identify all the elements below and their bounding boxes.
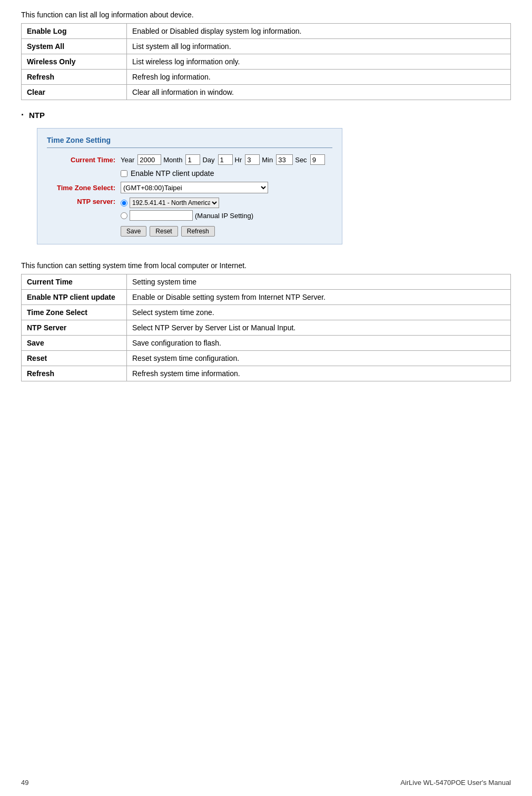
ntp-term: Enable NTP client update (22, 290, 127, 305)
ntp-section-header: · NTP (21, 110, 511, 121)
reset-button[interactable]: Reset (150, 226, 178, 237)
page-number: 49 (21, 779, 28, 787)
log-table-row: RefreshRefresh log information. (22, 70, 511, 85)
ntp-intro-text: This function can setting system time fr… (21, 261, 511, 270)
save-button[interactable]: Save (121, 226, 146, 237)
hr-label: Hr (235, 156, 242, 164)
ntp-table-row: Time Zone SelectSelect system time zone. (22, 305, 511, 320)
ntp-term: Refresh (22, 366, 127, 381)
ntp-desc: Select system time zone. (127, 305, 511, 320)
log-table: Enable LogEnabled or Disabled display sy… (21, 23, 511, 100)
log-term: Enable Log (22, 24, 127, 39)
footer: 49 AirLive WL-5470POE User's Manual (21, 779, 511, 787)
sec-label: Sec (295, 156, 307, 164)
ntp-desc: Setting system time (127, 274, 511, 290)
ntp-desc: Select NTP Server by Server List or Manu… (127, 320, 511, 336)
refresh-button[interactable]: Refresh (181, 226, 215, 237)
ntp-term: Reset (22, 351, 127, 366)
log-desc: List system all log information. (127, 39, 511, 54)
min-label: Min (262, 156, 273, 164)
month-input[interactable] (185, 154, 200, 165)
ntp-desc: Enable or Disable setting system from In… (127, 290, 511, 305)
hr-input[interactable] (245, 154, 260, 165)
enable-ntp-row: Enable NTP client update (121, 169, 332, 178)
year-input[interactable] (137, 154, 161, 165)
ntp-table: Current TimeSetting system timeEnable NT… (21, 274, 511, 381)
ntp-desc: Save configuration to flash. (127, 336, 511, 351)
year-label: Year (121, 156, 134, 164)
tz-select[interactable]: (GMT+08:00)Taipei (121, 182, 268, 193)
log-term: Clear (22, 85, 127, 100)
ntp-panel: Time Zone Setting Current Time: Year Mon… (37, 128, 342, 244)
log-table-row: System AllList system all log informatio… (22, 39, 511, 54)
ntp-table-row: RefreshRefresh system time information. (22, 366, 511, 381)
ntp-desc: Reset system time configuration. (127, 351, 511, 366)
ntp-table-row: ResetReset system time configuration. (22, 351, 511, 366)
ntp-term: NTP Server (22, 320, 127, 336)
ntp-server-manual-input[interactable] (130, 210, 193, 221)
timezone-row: Time Zone Select: (GMT+08:00)Taipei (47, 182, 332, 193)
ntp-server-radio1[interactable] (121, 200, 127, 207)
ntp-server-radio2[interactable] (121, 212, 127, 219)
log-term: Refresh (22, 70, 127, 85)
ntp-server-row: NTP server: 192.5.41.41 - North America … (47, 198, 332, 221)
min-input[interactable] (276, 154, 293, 165)
ntp-server-option2: (Manual IP Setting) (121, 210, 253, 221)
log-term: Wireless Only (22, 54, 127, 70)
brand: AirLive WL-5470POE User's Manual (400, 779, 511, 787)
ntp-table-row: Enable NTP client updateEnable or Disabl… (22, 290, 511, 305)
ntp-term: Time Zone Select (22, 305, 127, 320)
current-time-row: Current Time: Year Month Day Hr Min Sec (47, 154, 332, 165)
ntp-section-title: NTP (29, 111, 45, 120)
tz-label: Time Zone Select: (47, 184, 115, 192)
log-desc: Refresh log information. (127, 70, 511, 85)
ntp-server-select[interactable]: 192.5.41.41 - North America (130, 198, 219, 208)
month-label: Month (163, 156, 182, 164)
enable-ntp-checkbox[interactable] (121, 170, 127, 177)
day-input[interactable] (218, 154, 233, 165)
log-term: System All (22, 39, 127, 54)
ntp-table-row: Current TimeSetting system time (22, 274, 511, 290)
ntp-server-label: NTP server: (47, 198, 115, 205)
ntp-term: Save (22, 336, 127, 351)
ntp-bullet: · (21, 110, 24, 121)
log-table-row: Enable LogEnabled or Disabled display sy… (22, 24, 511, 39)
ntp-server-options: 192.5.41.41 - North America (Manual IP S… (121, 198, 253, 221)
ntp-term: Current Time (22, 274, 127, 290)
log-desc: List wireless log information only. (127, 54, 511, 70)
time-fields: Year Month Day Hr Min Sec (121, 154, 325, 165)
ntp-panel-title: Time Zone Setting (47, 136, 332, 148)
log-intro-text: This function can list all log informati… (21, 11, 511, 19)
log-table-row: Wireless OnlyList wireless log informati… (22, 54, 511, 70)
ntp-table-row: SaveSave configuration to flash. (22, 336, 511, 351)
ntp-server-option1: 192.5.41.41 - North America (121, 198, 253, 208)
current-time-label: Current Time: (47, 156, 115, 164)
ntp-btn-row: Save Reset Refresh (121, 226, 332, 237)
log-desc: Clear all information in window. (127, 85, 511, 100)
day-label: Day (202, 156, 214, 164)
ntp-table-row: NTP ServerSelect NTP Server by Server Li… (22, 320, 511, 336)
log-table-row: ClearClear all information in window. (22, 85, 511, 100)
ntp-server-manual-label: (Manual IP Setting) (195, 212, 253, 220)
sec-input[interactable] (310, 154, 325, 165)
log-desc: Enabled or Disabled display system log i… (127, 24, 511, 39)
ntp-desc: Refresh system time information. (127, 366, 511, 381)
enable-ntp-label: Enable NTP client update (131, 169, 214, 178)
